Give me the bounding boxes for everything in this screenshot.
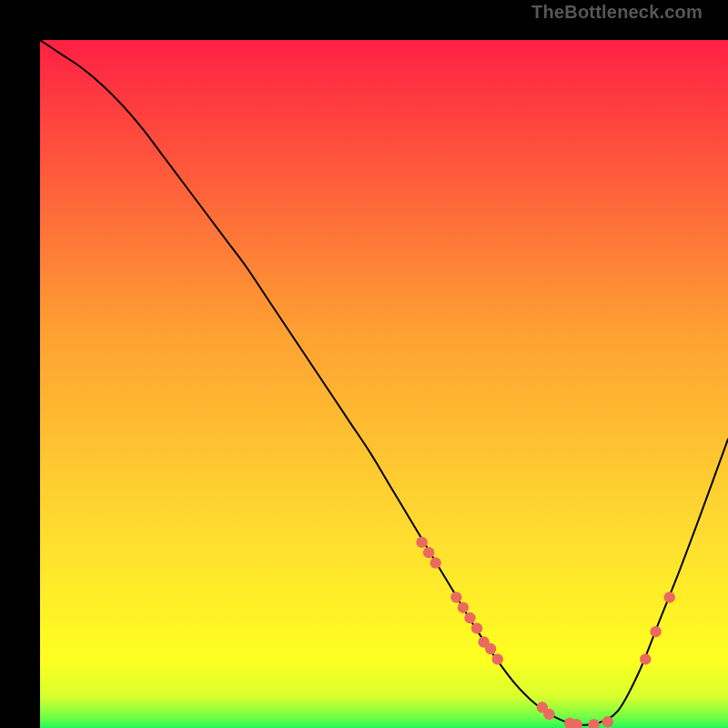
chart-frame [20,20,708,708]
data-marker [430,557,441,568]
data-marker [423,547,434,558]
data-marker [602,716,613,727]
data-marker [664,592,675,602]
gradient-background [40,40,728,728]
chart-svg [40,40,728,728]
data-marker [492,653,503,664]
data-marker [464,612,475,623]
data-marker [650,626,661,637]
data-marker [485,643,496,654]
data-marker [543,709,554,720]
data-marker [640,653,651,664]
data-marker [450,592,461,602]
data-marker [416,537,427,548]
watermark-label: TheBottleneck.com [531,2,703,23]
data-marker [471,622,482,633]
data-marker [458,602,469,613]
